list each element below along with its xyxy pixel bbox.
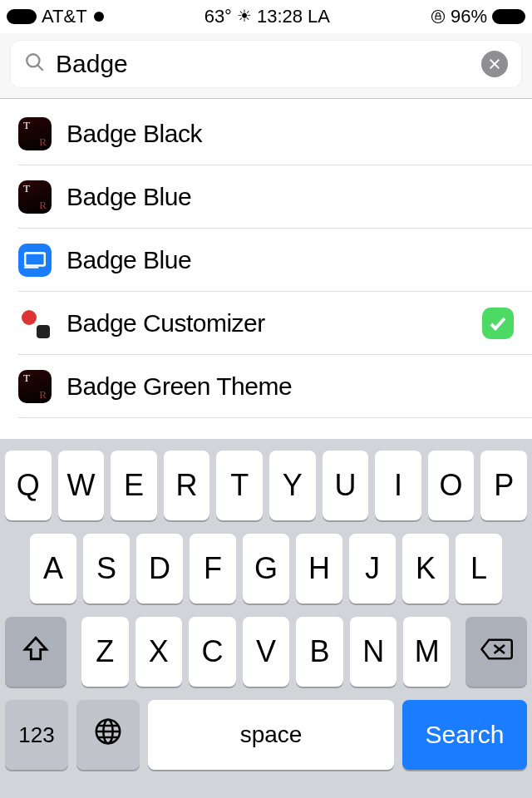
results-list: Badge BlackBadge BlueBadge BlueBadge Cus… (0, 102, 532, 418)
clear-search-button[interactable] (481, 51, 508, 77)
svg-point-0 (431, 11, 444, 23)
key-u[interactable]: U (323, 451, 369, 520)
key-i[interactable]: I (375, 451, 421, 520)
app-icon (18, 307, 52, 340)
keyboard-row-3-letters: ZXCVBNM (81, 617, 451, 687)
numbers-key[interactable]: 123 (5, 700, 68, 770)
location-label: LA (308, 6, 330, 27)
battery-icon (492, 9, 525, 24)
key-f[interactable]: F (190, 534, 236, 603)
keyboard-row-4: 123 space Search (0, 700, 532, 770)
carrier-label: AT&T (42, 6, 87, 27)
result-title: Badge Black (66, 120, 514, 148)
svg-line-2 (37, 65, 43, 71)
battery-percent-label: 96% (451, 6, 487, 27)
key-k[interactable]: K (402, 534, 449, 603)
status-right: 96% (431, 6, 525, 27)
key-p[interactable]: P (480, 451, 527, 520)
rotation-lock-icon (431, 9, 446, 24)
search-bar (0, 33, 532, 99)
key-o[interactable]: O (428, 451, 475, 520)
key-y[interactable]: Y (269, 451, 316, 520)
status-center: 63° ☀︎ 13:28 LA (204, 6, 330, 27)
result-title: Badge Green Theme (66, 372, 514, 401)
globe-icon (94, 717, 122, 753)
result-title: Badge Blue (66, 246, 514, 274)
app-icon (18, 117, 52, 150)
result-row[interactable]: Badge Customizer (18, 292, 532, 355)
svg-rect-5 (25, 253, 45, 265)
key-t[interactable]: T (216, 451, 263, 520)
globe-key[interactable] (76, 700, 140, 770)
app-icon (18, 370, 52, 403)
close-icon (488, 57, 501, 71)
result-row[interactable]: Badge Black (18, 102, 532, 165)
key-z[interactable]: Z (81, 617, 129, 687)
space-key[interactable]: space (148, 700, 394, 770)
svg-point-1 (27, 54, 39, 66)
status-bar: AT&T 63° ☀︎ 13:28 LA 96% (0, 0, 532, 33)
key-l[interactable]: L (456, 534, 502, 603)
key-g[interactable]: G (243, 534, 289, 603)
keyboard-row-3: ZXCVBNM (0, 617, 532, 687)
backspace-key[interactable] (466, 617, 527, 687)
app-icon (18, 180, 52, 214)
search-icon (24, 52, 46, 76)
keyboard-row-1: QWERTYUIOP (0, 451, 532, 520)
signal-dot-icon (94, 12, 104, 22)
backspace-icon (480, 634, 513, 669)
status-left: AT&T (7, 6, 104, 27)
key-m[interactable]: M (403, 617, 451, 687)
time-label: 13:28 (257, 6, 303, 27)
key-d[interactable]: D (136, 534, 183, 603)
key-a[interactable]: A (30, 534, 76, 603)
app-icon (18, 244, 52, 277)
signal-capsule-icon (7, 9, 37, 24)
temperature-label: 63° (204, 6, 232, 27)
key-c[interactable]: C (189, 617, 236, 687)
key-r[interactable]: R (164, 451, 210, 520)
search-field[interactable] (10, 40, 522, 88)
search-key[interactable]: Search (402, 700, 527, 770)
key-j[interactable]: J (349, 534, 396, 603)
result-title: Badge Customizer (66, 309, 482, 337)
key-q[interactable]: Q (5, 451, 52, 520)
result-row[interactable]: Badge Blue (18, 165, 532, 229)
key-h[interactable]: H (296, 534, 342, 603)
key-s[interactable]: S (83, 534, 130, 603)
key-n[interactable]: N (350, 617, 397, 687)
result-row[interactable]: Badge Blue (18, 229, 532, 292)
shift-key[interactable] (5, 617, 66, 687)
result-row[interactable]: Badge Green Theme (18, 355, 532, 418)
installed-check-icon (482, 308, 514, 339)
sun-icon: ☀︎ (237, 6, 252, 26)
shift-icon (22, 634, 50, 670)
key-x[interactable]: X (135, 617, 183, 687)
key-e[interactable]: E (111, 451, 157, 520)
key-v[interactable]: V (243, 617, 290, 687)
keyboard: QWERTYUIOP ASDFGHJKL ZXCVBNM 123 space S… (0, 439, 532, 798)
key-w[interactable]: W (58, 451, 105, 520)
search-input[interactable] (56, 50, 481, 78)
result-title: Badge Blue (66, 183, 514, 211)
keyboard-row-2: ASDFGHJKL (0, 534, 532, 603)
key-b[interactable]: B (296, 617, 343, 687)
